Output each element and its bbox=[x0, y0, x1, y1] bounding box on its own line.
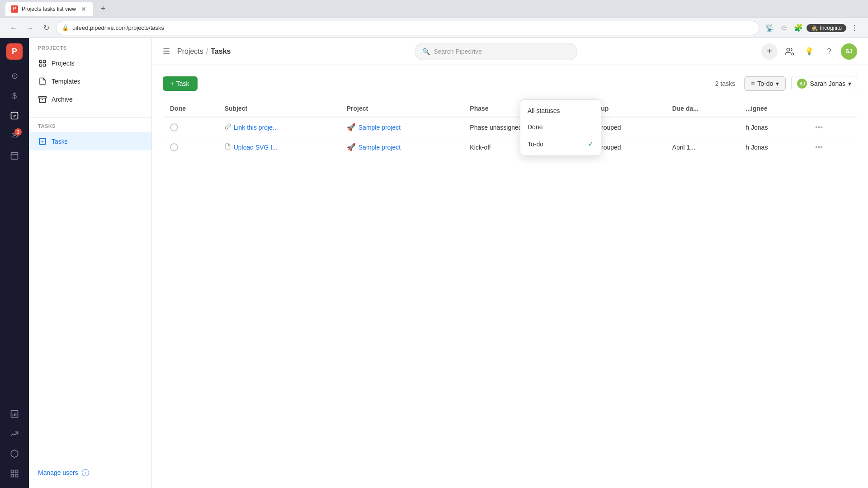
cast-icon[interactable]: 📡 bbox=[763, 22, 776, 34]
nav-icon-insights[interactable] bbox=[5, 425, 24, 443]
incognito-badge: 🕵 Incognito bbox=[807, 24, 846, 32]
reload-button[interactable]: ↻ bbox=[40, 22, 52, 34]
row2-more-icon[interactable]: ••• bbox=[811, 143, 826, 151]
nav-icon-tasks[interactable] bbox=[5, 107, 24, 125]
nav-icon-reports[interactable] bbox=[5, 405, 24, 423]
row2-project-name[interactable]: Sample project bbox=[359, 144, 401, 151]
row1-checkbox[interactable] bbox=[170, 123, 178, 131]
header-actions: + 💡 ? SJ bbox=[761, 43, 857, 60]
checkmark-icon: ✓ bbox=[588, 140, 594, 148]
sidebar-toggle[interactable]: ☰ bbox=[163, 47, 170, 56]
app-header: ☰ Projects / Tasks 🔍 Search Pipedrive + bbox=[152, 38, 868, 65]
doc-icon bbox=[225, 143, 231, 151]
dropdown-all-statuses[interactable]: All statuses bbox=[520, 103, 601, 119]
app-logo[interactable]: P bbox=[6, 43, 23, 60]
contacts-icon[interactable] bbox=[781, 43, 797, 60]
breadcrumb-parent[interactable]: Projects bbox=[177, 47, 203, 56]
tasks-sidebar-icon bbox=[38, 137, 47, 146]
browser-chrome: P Projects tasks list view ✕ + bbox=[0, 0, 868, 18]
sidebar-divider bbox=[29, 117, 151, 118]
all-statuses-label: All statuses bbox=[528, 107, 560, 114]
new-tab-button[interactable]: + bbox=[97, 3, 109, 15]
assignee-chevron-icon: ▾ bbox=[848, 80, 851, 87]
svg-rect-6 bbox=[11, 470, 14, 473]
table-header-row: Done Subject Project Phase Group Due da.… bbox=[163, 100, 857, 117]
menu-button[interactable]: ⋮ bbox=[848, 22, 861, 34]
templates-icon bbox=[38, 77, 47, 86]
status-filter-label: To-do bbox=[757, 80, 773, 87]
sidebar-item-templates[interactable]: Templates bbox=[29, 72, 151, 90]
nav-icon-marketplace[interactable] bbox=[5, 465, 24, 483]
row1-project-name[interactable]: Sample project bbox=[359, 124, 401, 131]
nav-icon-home[interactable]: ⊙ bbox=[5, 67, 24, 85]
row1-subject: Link this proje... bbox=[217, 117, 340, 137]
forward-button[interactable]: → bbox=[24, 22, 36, 34]
svg-rect-11 bbox=[43, 60, 46, 62]
col-duedate: Due da... bbox=[665, 100, 739, 117]
add-button[interactable]: + bbox=[761, 43, 778, 60]
dropdown-done[interactable]: Done bbox=[520, 119, 601, 135]
hamburger-icon: ☰ bbox=[163, 47, 170, 56]
add-task-button[interactable]: + Task bbox=[163, 76, 198, 91]
nav-icon-deals[interactable]: $ bbox=[5, 87, 24, 105]
status-filter-button[interactable]: ≡ To-do ▾ bbox=[744, 76, 786, 91]
breadcrumb-current: Tasks bbox=[211, 47, 231, 56]
row1-subject-text[interactable]: Link this proje... bbox=[234, 124, 278, 131]
manage-users-label: Manage users bbox=[38, 469, 78, 476]
svg-rect-7 bbox=[15, 470, 18, 473]
row2-assignee: h Jonas bbox=[738, 137, 804, 157]
nav-icon-products[interactable] bbox=[5, 445, 24, 463]
tasks-sidebar-label: Tasks bbox=[52, 138, 68, 145]
browser-actions: 📡 ☆ 🧩 🕵 Incognito ⋮ bbox=[763, 22, 861, 34]
left-nav: P ⊙ $ ✉ 3 bbox=[0, 38, 29, 488]
table-row: Upload SVG I... 🚀 Sample project Kick-of… bbox=[163, 137, 857, 157]
breadcrumb-separator: / bbox=[206, 47, 208, 56]
svg-rect-13 bbox=[43, 64, 46, 66]
svg-rect-1 bbox=[11, 152, 18, 159]
tab-close-button[interactable]: ✕ bbox=[80, 5, 88, 13]
sidebar-item-tasks[interactable]: Tasks bbox=[29, 132, 151, 150]
col-done: Done bbox=[163, 100, 217, 117]
row2-subject: Upload SVG I... bbox=[217, 137, 340, 157]
extensions-icon[interactable]: 🧩 bbox=[792, 22, 805, 34]
row2-actions[interactable]: ••• bbox=[804, 137, 857, 157]
row1-more-icon[interactable]: ••• bbox=[811, 123, 826, 131]
search-bar[interactable]: 🔍 Search Pipedrive bbox=[415, 43, 577, 60]
row2-checkbox[interactable] bbox=[170, 143, 178, 151]
sidebar-item-archive[interactable]: Archive bbox=[29, 90, 151, 108]
row2-subject-text[interactable]: Upload SVG I... bbox=[234, 144, 278, 151]
bookmark-icon[interactable]: ☆ bbox=[778, 22, 790, 34]
row1-duedate bbox=[665, 117, 739, 137]
projects-icon bbox=[38, 59, 47, 68]
row1-project: 🚀 Sample project bbox=[340, 117, 463, 137]
dropdown-todo[interactable]: To-do ✓ bbox=[520, 135, 601, 153]
nav-icon-calendar[interactable] bbox=[5, 146, 24, 164]
row2-project-emoji: 🚀 bbox=[347, 143, 356, 151]
col-project: Project bbox=[340, 100, 463, 117]
lock-icon: 🔒 bbox=[62, 25, 69, 31]
svg-rect-9 bbox=[11, 474, 14, 477]
projects-label: Projects bbox=[52, 60, 75, 67]
row2-project: 🚀 Sample project bbox=[340, 137, 463, 157]
manage-users-link[interactable]: Manage users i bbox=[29, 465, 151, 481]
bulb-icon[interactable]: 💡 bbox=[801, 43, 817, 60]
svg-rect-12 bbox=[39, 64, 42, 66]
sidebar-item-projects[interactable]: Projects bbox=[29, 54, 151, 72]
assignee-filter-label: Sarah Jonas bbox=[810, 80, 845, 87]
row1-actions[interactable]: ••• bbox=[804, 117, 857, 137]
nav-icon-mail[interactable]: ✉ 3 bbox=[5, 127, 24, 145]
archive-icon bbox=[38, 95, 47, 104]
col-assignee: ...ignee bbox=[738, 100, 804, 117]
tasks-table: Done Subject Project Phase Group Due da.… bbox=[163, 100, 857, 157]
mail-badge: 3 bbox=[14, 128, 22, 136]
assignee-filter-button[interactable]: SJ Sarah Jonas ▾ bbox=[791, 76, 857, 91]
chevron-down-icon: ▾ bbox=[776, 80, 779, 87]
help-icon[interactable]: ? bbox=[821, 43, 837, 60]
back-button[interactable]: ← bbox=[7, 22, 20, 34]
done-label: Done bbox=[528, 123, 542, 131]
user-avatar[interactable]: SJ bbox=[841, 43, 857, 60]
incognito-label: Incognito bbox=[820, 25, 842, 31]
browser-tab[interactable]: P Projects tasks list view ✕ bbox=[5, 2, 93, 16]
address-bar[interactable]: 🔒 uifeed.pipedrive.com/projects/tasks bbox=[56, 21, 760, 35]
projects-section-label: PROJECTS bbox=[29, 45, 151, 54]
